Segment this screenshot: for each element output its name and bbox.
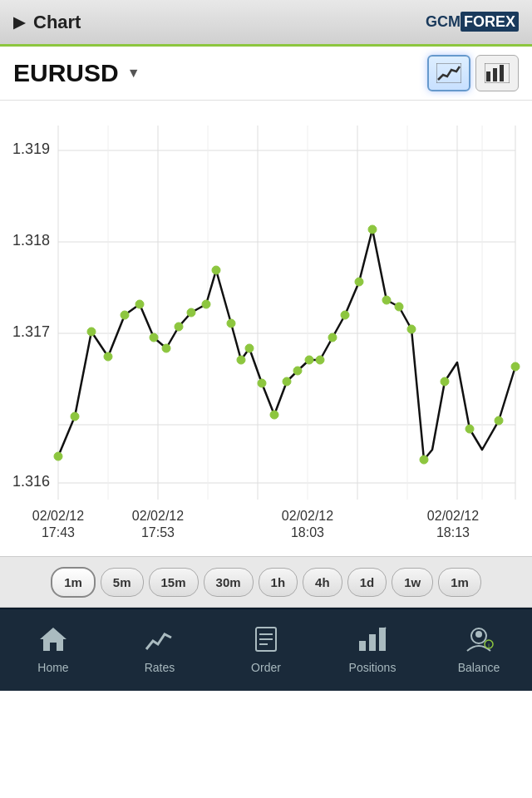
svg-point-47	[328, 333, 337, 342]
play-icon: ▶	[13, 13, 25, 32]
nav-label-positions: Positions	[349, 661, 397, 674]
svg-rect-74	[369, 634, 376, 651]
svg-text:17:43: 17:43	[42, 525, 75, 539]
svg-text:02/02/12: 02/02/12	[282, 509, 333, 523]
svg-point-31	[135, 300, 144, 308]
nav-label-home: Home	[37, 661, 68, 674]
time-btn-30m[interactable]: 30m	[204, 568, 254, 597]
svg-point-36	[202, 300, 210, 308]
nav-label-order: Order	[251, 661, 281, 674]
svg-point-49	[355, 278, 363, 286]
time-btn-1w[interactable]: 1w	[392, 568, 433, 597]
svg-point-44	[293, 367, 302, 375]
svg-point-43	[283, 377, 291, 386]
svg-rect-5	[0, 101, 532, 556]
order-icon	[251, 626, 281, 657]
svg-marker-67	[40, 628, 66, 651]
svg-point-27	[71, 412, 79, 421]
nav-label-balance: Balance	[458, 661, 500, 674]
header-title: ▶ Chart	[13, 12, 81, 33]
svg-point-40	[245, 344, 254, 352]
symbol-name: EURUSD	[13, 59, 119, 87]
svg-point-78	[475, 631, 482, 638]
svg-point-32	[150, 333, 158, 342]
svg-point-57	[495, 416, 503, 425]
time-btn-1h[interactable]: 1h	[259, 568, 298, 597]
positions-icon	[357, 626, 387, 657]
svg-point-39	[237, 356, 245, 364]
time-period-selector: 1m 5m 15m 30m 1h 4h 1d 1w 1m	[0, 556, 532, 608]
home-icon	[38, 626, 68, 657]
svg-text:1.319: 1.319	[12, 140, 50, 157]
gcm-text: GCM	[426, 13, 461, 30]
time-btn-15m[interactable]: 15m	[149, 568, 199, 597]
svg-point-38	[227, 319, 235, 328]
svg-text:18:03: 18:03	[291, 525, 324, 539]
time-btn-5m[interactable]: 5m	[101, 568, 144, 597]
svg-point-45	[305, 356, 313, 364]
svg-point-41	[258, 379, 266, 387]
svg-point-29	[104, 352, 112, 361]
svg-point-26	[54, 452, 62, 461]
svg-point-50	[368, 225, 377, 234]
svg-point-30	[121, 311, 129, 319]
chart-type-buttons	[427, 55, 519, 91]
nav-item-positions[interactable]: Positions	[319, 609, 426, 691]
svg-text:02/02/12: 02/02/12	[32, 509, 84, 523]
app-header: ▶ Chart GCMFOREX	[0, 0, 532, 47]
time-btn-1m-2[interactable]: 1m	[438, 568, 481, 597]
svg-text:02/02/12: 02/02/12	[427, 509, 479, 523]
nav-item-home[interactable]: Home	[0, 609, 106, 691]
bar-chart-button[interactable]	[475, 55, 519, 91]
chart-title: Chart	[33, 12, 81, 33]
svg-point-37	[212, 266, 220, 274]
svg-point-51	[382, 296, 391, 304]
svg-point-35	[187, 308, 195, 317]
svg-text:02/02/12: 02/02/12	[132, 509, 184, 523]
bottom-navigation: Home Rates Order	[0, 608, 532, 691]
time-btn-4h[interactable]: 4h	[303, 568, 342, 597]
chart-svg: 1.319 1.318 1.317 1.316	[0, 101, 532, 556]
line-chart-button[interactable]	[427, 55, 470, 91]
gcm-forex-logo: GCMFOREX	[426, 13, 519, 31]
symbol-selector[interactable]: EURUSD ▼	[13, 59, 140, 87]
nav-item-balance[interactable]: i Balance	[426, 609, 532, 691]
svg-text:18:13: 18:13	[436, 525, 470, 539]
svg-rect-2	[493, 68, 497, 81]
forex-text: FOREX	[461, 12, 519, 32]
nav-label-rates: Rates	[145, 661, 175, 674]
svg-rect-73	[359, 641, 366, 651]
rates-icon	[145, 626, 175, 657]
svg-rect-1	[486, 71, 490, 81]
time-btn-1d[interactable]: 1d	[347, 568, 387, 597]
svg-point-34	[175, 323, 183, 331]
svg-point-28	[87, 328, 96, 336]
chart-container: 1.319 1.318 1.317 1.316	[0, 101, 532, 556]
dropdown-arrow-icon[interactable]: ▼	[127, 66, 140, 81]
svg-point-54	[420, 456, 428, 464]
svg-rect-68	[145, 626, 175, 653]
nav-item-rates[interactable]: Rates	[106, 609, 213, 691]
svg-point-53	[407, 325, 416, 333]
svg-point-58	[511, 362, 520, 371]
svg-point-33	[162, 344, 170, 352]
svg-point-56	[466, 425, 474, 433]
svg-point-42	[270, 411, 278, 419]
symbol-row: EURUSD ▼	[0, 47, 532, 101]
svg-point-46	[316, 356, 324, 364]
svg-text:17:53: 17:53	[141, 525, 175, 539]
svg-point-48	[341, 311, 349, 319]
time-btn-1m-1[interactable]: 1m	[51, 567, 96, 598]
nav-item-order[interactable]: Order	[213, 609, 319, 691]
svg-point-55	[441, 377, 449, 386]
svg-text:1.317: 1.317	[12, 323, 50, 340]
svg-text:1.316: 1.316	[12, 473, 50, 490]
svg-rect-3	[500, 65, 504, 81]
balance-icon: i	[464, 626, 494, 657]
svg-point-52	[395, 303, 403, 311]
svg-text:1.318: 1.318	[12, 232, 50, 249]
